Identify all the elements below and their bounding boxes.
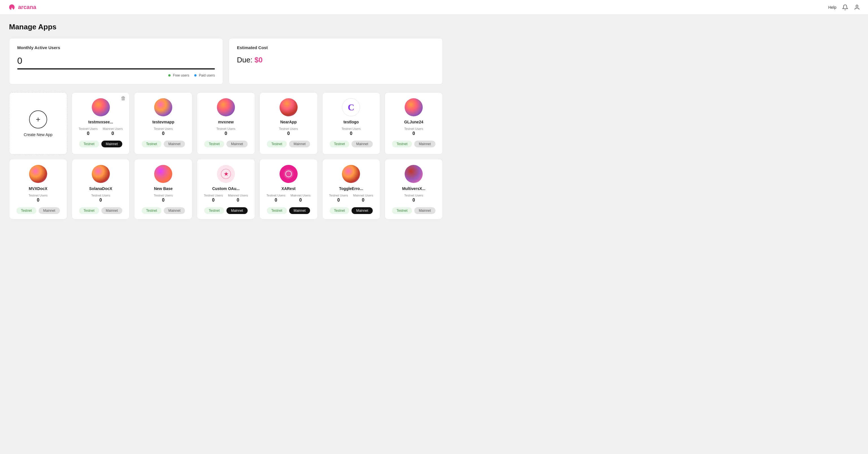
mainnet-button[interactable]: Mainnet	[351, 141, 373, 147]
net-buttons: Testnet Mainnet	[330, 141, 373, 147]
app-icon	[92, 98, 110, 116]
testnet-label: Testnet Users	[29, 194, 48, 197]
app-card[interactable]: ToggleErro... Testnet Users 0 Mainnet Us…	[322, 159, 380, 219]
due-row: Due: $0	[237, 56, 435, 64]
app-icon: C	[342, 98, 360, 116]
bell-icon[interactable]	[842, 4, 848, 10]
app-card[interactable]: XARest Testnet Users 0 Mainnet Users 0 T…	[259, 159, 318, 219]
testnet-users-col: Testnet Users 0	[404, 127, 423, 136]
testnet-button[interactable]: Testnet	[392, 207, 412, 214]
mainnet-button[interactable]: Mainnet	[414, 141, 435, 147]
testnet-users-col: Testnet Users 0	[404, 194, 423, 203]
mainnet-button[interactable]: Mainnet	[164, 141, 185, 147]
app-icon: ★	[217, 165, 235, 183]
app-card[interactable]: ★ Custom OAu... Testnet Users 0 Mainnet …	[197, 159, 255, 219]
testnet-label: Testnet Users	[404, 127, 423, 130]
app-name: NearApp	[280, 120, 297, 124]
testnet-count: 0	[212, 198, 215, 203]
users-row: Testnet Users 0 Mainnet Users 0	[204, 194, 248, 203]
testnet-count: 0	[37, 198, 39, 203]
logo[interactable]: arcana	[8, 3, 36, 11]
testnet-button[interactable]: Testnet	[392, 141, 412, 147]
testnet-label: Testnet Users	[342, 127, 361, 130]
net-buttons: Testnet Mainnet	[204, 207, 247, 214]
svg-text:★: ★	[224, 171, 228, 177]
testnet-count: 0	[412, 198, 415, 203]
net-buttons: Testnet Mainnet	[142, 141, 185, 147]
app-card[interactable]: testevmapp Testnet Users 0 Testnet Mainn…	[134, 92, 192, 154]
app-icon	[405, 165, 423, 183]
app-card[interactable]: New Base Testnet Users 0 Testnet Mainnet	[134, 159, 192, 219]
net-buttons: Testnet Mainnet	[17, 207, 60, 214]
app-icon	[29, 165, 47, 183]
app-card[interactable]: GLJune24 Testnet Users 0 Testnet Mainnet	[384, 92, 443, 154]
testnet-users-col: Testnet Users 0	[279, 127, 298, 136]
testnet-button[interactable]: Testnet	[267, 141, 287, 147]
app-card[interactable]: MultiversX... Testnet Users 0 Testnet Ma…	[384, 159, 443, 219]
testnet-count: 0	[287, 131, 290, 136]
mainnet-button[interactable]: Mainnet	[226, 141, 248, 147]
app-name: XARest	[281, 186, 296, 191]
mainnet-button[interactable]: Mainnet	[414, 207, 435, 214]
testnet-count: 0	[225, 131, 227, 136]
app-card[interactable]: MVXDocX Testnet Users 0 Testnet Mainnet	[9, 159, 67, 219]
users-row: Testnet Users 0	[404, 127, 423, 136]
mau-bar	[17, 68, 215, 69]
testnet-button[interactable]: Testnet	[204, 207, 224, 214]
apps-grid: + Create New App 🗑 testmvxsee... Testnet…	[9, 92, 443, 219]
app-icon	[154, 98, 172, 116]
mainnet-button[interactable]: Mainnet	[289, 207, 310, 214]
testnet-button[interactable]: Testnet	[330, 207, 349, 214]
create-plus-icon: +	[29, 111, 47, 128]
free-users-legend: Free users	[168, 73, 189, 78]
testnet-label: Testnet Users	[91, 194, 110, 197]
testnet-users-col: Testnet Users 0	[216, 127, 235, 136]
net-buttons: Testnet Mainnet	[267, 207, 310, 214]
app-name: mvxnew	[218, 120, 234, 124]
testnet-button[interactable]: Testnet	[267, 207, 287, 214]
app-icon	[405, 98, 423, 116]
mainnet-users-col: Mainnet Users 0	[103, 127, 123, 136]
app-card[interactable]: SolanaDocX Testnet Users 0 Testnet Mainn…	[72, 159, 130, 219]
mainnet-button[interactable]: Mainnet	[39, 207, 60, 214]
net-buttons: Testnet Mainnet	[79, 141, 122, 147]
app-icon	[280, 165, 298, 183]
testnet-button[interactable]: Testnet	[142, 207, 162, 214]
users-row: Testnet Users 0	[29, 194, 48, 203]
testnet-button[interactable]: Testnet	[330, 141, 349, 147]
testnet-button[interactable]: Testnet	[17, 207, 36, 214]
testnet-count: 0	[87, 131, 90, 136]
testnet-label: Testnet Users	[404, 194, 423, 197]
app-name: New Base	[154, 186, 173, 191]
create-new-app-card[interactable]: + Create New App	[9, 92, 67, 154]
mainnet-button[interactable]: Mainnet	[101, 141, 123, 147]
mainnet-button[interactable]: Mainnet	[351, 207, 373, 214]
testnet-label: Testnet Users	[216, 127, 235, 130]
testnet-users-col: Testnet Users 0	[329, 194, 348, 203]
mainnet-button[interactable]: Mainnet	[164, 207, 185, 214]
testnet-button[interactable]: Testnet	[142, 141, 162, 147]
app-card[interactable]: 🗑 testmvxsee... Testnet Users 0 Mainnet …	[72, 92, 130, 154]
mainnet-button[interactable]: Mainnet	[101, 207, 123, 214]
app-name: testmvxsee...	[88, 120, 113, 124]
app-name: testlogo	[343, 120, 359, 124]
mau-card: Monthly Active Users 0 Free users Paid u…	[9, 38, 223, 84]
help-link[interactable]: Help	[828, 5, 836, 9]
testnet-button[interactable]: Testnet	[204, 141, 224, 147]
mainnet-count: 0	[362, 198, 365, 203]
app-icon	[280, 98, 298, 116]
testnet-button[interactable]: Testnet	[79, 207, 99, 214]
user-icon[interactable]	[854, 4, 860, 10]
app-card[interactable]: C testlogo Testnet Users 0 Testnet Mainn…	[322, 92, 380, 154]
mainnet-button[interactable]: Mainnet	[226, 207, 248, 214]
delete-icon[interactable]: 🗑	[121, 95, 126, 101]
mainnet-label: Mainnet Users	[103, 127, 123, 130]
app-icon	[92, 165, 110, 183]
app-card[interactable]: mvxnew Testnet Users 0 Testnet Mainnet	[197, 92, 255, 154]
mainnet-button[interactable]: Mainnet	[289, 141, 310, 147]
app-card[interactable]: NearApp Testnet Users 0 Testnet Mainnet	[259, 92, 318, 154]
testnet-button[interactable]: Testnet	[79, 141, 99, 147]
app-name: MVXDocX	[29, 186, 48, 191]
testnet-count: 0	[162, 131, 165, 136]
users-row: Testnet Users 0 Mainnet Users 0	[329, 194, 373, 203]
